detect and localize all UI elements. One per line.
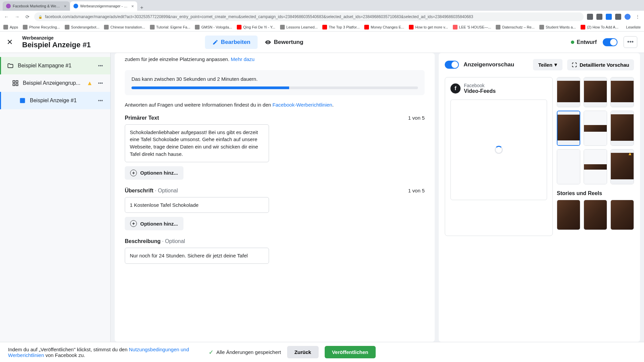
menu-icon[interactable]: ⋮ [634,13,641,21]
field-count: 1 von 5 [408,188,425,193]
preview-title: Anzeigenvorschau [464,61,528,68]
folder-icon [7,62,14,69]
forward-icon[interactable]: → [13,13,21,21]
more-icon[interactable]: ••• [97,62,104,70]
preview-header: Anzeigenvorschau Teilen ▾ ⛶ Detaillierte… [445,59,634,70]
format-label: Video-Feeds [464,88,496,94]
description-header: Beschreibung · Optional [125,238,425,244]
learn-more-link[interactable]: Mehr dazu [231,56,255,62]
svg-rect-2 [13,84,15,86]
placement-thumbnails: ▲ Stories und Reels [557,77,634,236]
preview-loading [450,100,547,200]
close-icon[interactable]: × [131,4,134,9]
placement-thumb[interactable] [557,200,580,230]
bookmark-item[interactable]: Chinese translation... [104,25,145,29]
description-input[interactable]: Nur noch für 24 Stunden. Sichere dir jet… [125,248,269,264]
reading-list-button[interactable]: Leseliste [626,25,641,29]
placement-thumb[interactable] [557,111,580,146]
tab-label: Bewertung [274,39,303,46]
bookmark-item[interactable]: Phone Recycling... [23,25,60,29]
close-button[interactable]: ✕ [7,38,13,47]
placement-thumb[interactable] [557,77,580,107]
tree-ad[interactable]: Beispiel Anzeige #1 ••• [0,92,110,109]
warning-icon: ▲ [87,80,93,87]
guidelines-link[interactable]: Facebook-Werberichtlinien [272,102,332,108]
bookmark-item[interactable]: Sonderangebot... [65,25,99,29]
share-button[interactable]: Teilen ▾ [533,59,562,70]
back-icon[interactable]: ← [3,13,10,21]
add-option-button[interactable]: + Optionen hinz... [125,166,183,180]
browser-tab[interactable]: Werbeanzeigenmanager - We... × [70,1,137,11]
bookmark-item[interactable]: GMSN - Vologda... [195,25,232,29]
preview-toggle[interactable] [445,61,459,69]
extension-icon[interactable] [615,14,621,20]
profile-icon[interactable] [625,14,631,20]
more-icon[interactable]: ••• [97,79,104,87]
bookmark-item[interactable]: Datenschutz – Re... [496,25,535,29]
placement-thumb[interactable] [557,149,580,184]
primary-text-header: Primärer Text 1 von 5 [125,115,425,121]
placement-thumb[interactable]: ▲ [610,149,634,184]
reload-icon[interactable]: ⟳ [24,13,31,21]
headline-input[interactable]: 1 Kostenlose Tafel Schokolade [125,197,269,213]
apps-icon [3,25,8,29]
edit-tab[interactable]: Bearbeiten [205,36,258,49]
workspace: Beispiel Kampagne #1 ••• Beispiel Anzeig… [0,53,644,342]
lock-icon: 🔒 [38,15,42,19]
extension-icon[interactable] [596,14,602,20]
intro-text: zudem für jede einzelne Platzierung anpa… [125,53,425,63]
extension-icon[interactable] [606,14,612,20]
more-menu-button[interactable]: ••• [624,36,637,48]
plus-icon: + [130,170,137,176]
bookmark-icon [364,25,369,29]
add-option-button[interactable]: + Optionen hinz... [125,217,183,230]
close-icon[interactable]: × [64,4,66,9]
bookmark-item[interactable]: Qing Fei De Yi - Y... [237,25,275,29]
more-icon[interactable]: ••• [97,97,104,105]
svg-rect-4 [20,98,25,103]
placement-thumb[interactable] [584,149,607,184]
ad-icon [19,97,26,104]
bookmark-item[interactable]: Student Wants a... [539,25,576,29]
bookmark-item[interactable]: LEE 'S HOUSE—... [453,25,491,29]
primary-text-input[interactable]: Schokoladenliebhaber aufgepasst! Bei uns… [125,124,269,162]
bookmark-item[interactable]: Lessons Learned... [280,25,318,29]
tree-label: Beispiel Anzeigengrup... [23,80,83,86]
placement-thumb[interactable] [584,111,607,146]
placement-thumb[interactable] [610,200,634,230]
tree-adgroup[interactable]: Beispiel Anzeigengrup... ▲ ••• [0,74,110,92]
preview-platform-header: f Facebook Video-Feeds [450,83,547,94]
placement-thumb[interactable] [610,111,634,146]
tab-favicon [73,4,78,8]
placement-thumb[interactable] [610,77,634,107]
header-titles: Werbeanzeige Beispiel Anzeige #1 [22,35,91,49]
bookmark-item[interactable]: How to get more v... [409,25,448,29]
browser-tab[interactable]: Facebook Marketing & Werbe... × [3,1,70,11]
bookmark-item[interactable]: Apps [3,25,18,29]
new-tab-button[interactable]: + [138,5,146,11]
header-subtitle: Werbeanzeige [22,35,91,41]
bookmark-item[interactable]: The Top 3 Platfor... [322,25,360,29]
preview-body: f Facebook Video-Feeds [445,77,634,236]
tree-campaign[interactable]: Beispiel Kampagne #1 ••• [0,57,110,74]
field-label: Beschreibung · Optional [125,238,185,244]
placement-thumb[interactable] [584,200,607,230]
url-input[interactable]: 🔒 facebook.com/adsmanager/manage/ads/edi… [34,12,584,21]
bookmark-icon [539,25,544,29]
header-title: Beispiel Anzeige #1 [22,41,91,49]
bookmark-item[interactable]: Tutorial: Eigene Fa... [150,25,191,29]
browser-chrome: Facebook Marketing & Werbe... × Werbeanz… [0,0,644,23]
thumb-section-title: Stories und Reels [557,190,634,196]
status-label: Entwurf [577,39,597,45]
field-count: 1 von 5 [408,115,425,121]
detail-preview-button[interactable]: ⛶ Detaillierte Vorschau [567,59,634,70]
draft-status: Entwurf [571,39,597,45]
bookmark-item[interactable]: (2) How To Add A... [581,25,619,29]
status-toggle[interactable] [603,38,618,46]
review-tab[interactable]: Bewertung [258,36,311,49]
placement-thumb[interactable] [584,77,607,107]
bookmark-item[interactable]: Money Changes E... [364,25,404,29]
expand-icon: ⛶ [572,62,577,68]
extension-icon[interactable] [587,14,593,20]
url-text: facebook.com/adsmanager/manage/ads/edit?… [45,14,473,19]
